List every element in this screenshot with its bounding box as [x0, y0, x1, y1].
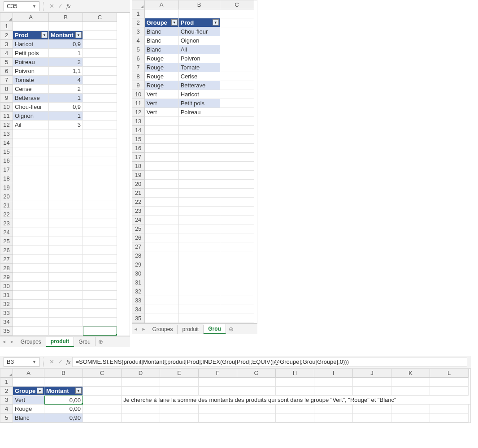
cell[interactable]	[145, 278, 179, 287]
cell[interactable]	[220, 260, 254, 269]
col-header-F[interactable]: F	[199, 369, 237, 378]
cell[interactable]	[13, 378, 44, 387]
col-header-A[interactable]: A	[145, 0, 179, 9]
cell[interactable]	[49, 22, 83, 31]
row-header[interactable]: 5	[0, 58, 13, 67]
cell[interactable]	[145, 171, 179, 180]
cell[interactable]	[220, 287, 254, 296]
cell[interactable]	[353, 414, 391, 422]
cell[interactable]	[179, 278, 220, 287]
col-header-C[interactable]: C	[220, 0, 254, 9]
cell[interactable]	[49, 147, 83, 156]
cell[interactable]	[83, 138, 117, 147]
cell[interactable]	[179, 117, 220, 126]
cell[interactable]: Ail	[13, 121, 49, 129]
cell[interactable]: Vert	[145, 90, 179, 99]
cell[interactable]	[199, 378, 237, 387]
row-header[interactable]: 22	[132, 198, 145, 207]
cell[interactable]	[220, 108, 254, 117]
cell[interactable]	[13, 22, 49, 31]
row-header[interactable]: 12	[0, 121, 13, 129]
cell[interactable]	[83, 201, 117, 210]
cell[interactable]	[145, 198, 179, 207]
cell[interactable]	[220, 117, 254, 126]
cell[interactable]	[199, 414, 237, 422]
cell[interactable]: Tomate	[13, 76, 49, 85]
cell[interactable]	[49, 318, 83, 327]
row-header[interactable]: 25	[132, 224, 145, 233]
cell[interactable]	[391, 387, 430, 396]
cell[interactable]	[237, 387, 276, 396]
row-header[interactable]: 20	[132, 180, 145, 189]
col-header-A[interactable]: A	[13, 13, 49, 22]
cell[interactable]	[179, 153, 220, 162]
cell[interactable]	[13, 147, 49, 156]
cell[interactable]	[13, 174, 49, 183]
row-header[interactable]: 20	[0, 192, 13, 201]
cell[interactable]	[237, 414, 276, 422]
cell[interactable]: Poivron	[13, 67, 49, 76]
cell[interactable]	[49, 309, 83, 318]
row-header[interactable]: 17	[0, 165, 13, 174]
cell[interactable]	[179, 171, 220, 180]
cell[interactable]	[83, 264, 117, 273]
cell[interactable]	[145, 9, 179, 18]
col-header-C[interactable]: C	[83, 369, 122, 378]
cell[interactable]	[220, 296, 254, 305]
row-header[interactable]: 32	[132, 287, 145, 296]
cell[interactable]	[13, 309, 49, 318]
cell[interactable]	[220, 171, 254, 180]
cell[interactable]: 1,1	[49, 67, 83, 76]
row-header[interactable]: 21	[132, 189, 145, 198]
cell[interactable]: Vert	[145, 108, 179, 117]
cell[interactable]	[13, 282, 49, 291]
cell[interactable]	[49, 129, 83, 138]
cell[interactable]: Vert	[145, 99, 179, 108]
cell[interactable]: Cerise	[13, 85, 49, 94]
cell[interactable]: Rouge	[13, 405, 44, 414]
cell[interactable]	[314, 378, 353, 387]
sheet-tab-produit[interactable]: produit	[178, 325, 204, 334]
row-header[interactable]: 4	[132, 36, 145, 45]
cell[interactable]	[83, 300, 117, 309]
row-header[interactable]: 2	[132, 18, 145, 27]
cell[interactable]	[83, 165, 117, 174]
cell[interactable]	[220, 135, 254, 144]
cell[interactable]	[13, 156, 49, 165]
row-header[interactable]: 33	[132, 296, 145, 305]
cell[interactable]	[160, 387, 199, 396]
cell[interactable]	[49, 210, 83, 219]
cell[interactable]	[83, 210, 117, 219]
col-header-G[interactable]: G	[237, 369, 276, 378]
cell[interactable]	[83, 40, 117, 49]
cell[interactable]	[160, 414, 199, 422]
cell[interactable]	[220, 153, 254, 162]
cell[interactable]	[220, 144, 254, 153]
cell[interactable]	[179, 305, 220, 314]
row-header[interactable]: 24	[0, 228, 13, 237]
cell[interactable]	[145, 305, 179, 314]
cell[interactable]	[179, 126, 220, 135]
col-header-B[interactable]: B	[44, 369, 83, 378]
cell[interactable]	[13, 210, 49, 219]
cell[interactable]: 0,90	[44, 414, 83, 422]
cell[interactable]	[83, 121, 117, 129]
cell[interactable]: Oignon	[179, 36, 220, 45]
cell[interactable]	[83, 273, 117, 282]
row-header[interactable]: 10	[132, 90, 145, 99]
cell[interactable]	[276, 414, 314, 422]
cell[interactable]	[145, 180, 179, 189]
cell[interactable]	[145, 287, 179, 296]
sheet-tab-groupes[interactable]: Groupes	[148, 325, 178, 334]
cancel-icon[interactable]: ✕	[49, 358, 54, 365]
cell[interactable]	[122, 414, 160, 422]
col-header-H[interactable]: H	[276, 369, 314, 378]
cell[interactable]: 2	[49, 85, 83, 94]
row-header[interactable]: 14	[132, 126, 145, 135]
row-header[interactable]: 24	[132, 215, 145, 224]
cell[interactable]	[391, 378, 430, 387]
cell[interactable]	[145, 251, 179, 260]
accept-icon[interactable]: ✓	[58, 358, 63, 365]
cell[interactable]	[179, 269, 220, 278]
cell[interactable]	[49, 291, 83, 300]
